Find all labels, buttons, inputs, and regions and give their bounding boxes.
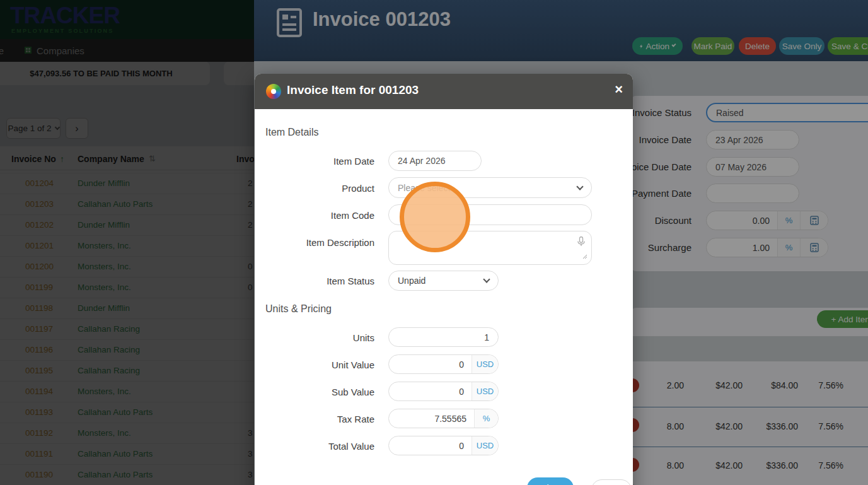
item-date-label: Item Date bbox=[267, 156, 374, 167]
okay-button[interactable]: Okay bbox=[527, 477, 574, 485]
screen: TRACKER EMPLOYMENT SOLUTIONS Home Compan… bbox=[0, 0, 868, 485]
modal-title: Invoice Item for 001203 bbox=[287, 83, 419, 97]
tax-rate-input[interactable]: 7.55565 % bbox=[388, 409, 499, 428]
currency-toggle[interactable]: USD bbox=[472, 355, 498, 373]
currency-toggle[interactable]: USD bbox=[472, 436, 498, 455]
unit-value-input[interactable]: 0 USD bbox=[388, 354, 499, 374]
cancel-button[interactable]: Cancel bbox=[591, 479, 632, 485]
tax-rate-label: Tax Rate bbox=[267, 414, 374, 424]
currency-toggle[interactable]: USD bbox=[472, 382, 498, 400]
product-label: Product bbox=[267, 183, 374, 194]
app-swirl-logo-icon bbox=[266, 84, 281, 99]
click-indicator bbox=[400, 182, 470, 252]
invoice-item-modal: Invoice Item for 001203 × Item Details I… bbox=[255, 74, 633, 485]
chevron-down-icon bbox=[483, 276, 490, 283]
chevron-down-icon bbox=[576, 183, 583, 190]
modal-header: Invoice Item for 001203 × bbox=[255, 74, 633, 109]
units-label: Units bbox=[267, 332, 374, 343]
microphone-icon[interactable] bbox=[577, 237, 585, 248]
units-input[interactable]: 1 bbox=[388, 327, 499, 347]
close-icon[interactable]: × bbox=[615, 81, 623, 98]
section-item-details: Item Details bbox=[265, 127, 318, 138]
sub-value-label: Sub Value bbox=[267, 387, 374, 397]
sub-value-input[interactable]: 0 USD bbox=[388, 382, 499, 401]
item-status-label: Item Status bbox=[267, 276, 374, 286]
item-status-select[interactable]: Unpaid bbox=[388, 271, 499, 291]
section-units-pricing: Units & Pricing bbox=[265, 303, 332, 315]
total-value-label: Total Value bbox=[267, 441, 374, 452]
unit-value-label: Unit Value bbox=[267, 359, 374, 370]
item-code-label: Item Code bbox=[267, 210, 374, 221]
item-description-label: Item Description bbox=[267, 237, 374, 248]
resize-handle[interactable] bbox=[582, 251, 587, 261]
percent-toggle[interactable]: % bbox=[474, 409, 498, 428]
item-date-input[interactable]: 24 Apr 2026 bbox=[388, 151, 482, 171]
total-value-input[interactable]: 0 USD bbox=[388, 436, 499, 455]
